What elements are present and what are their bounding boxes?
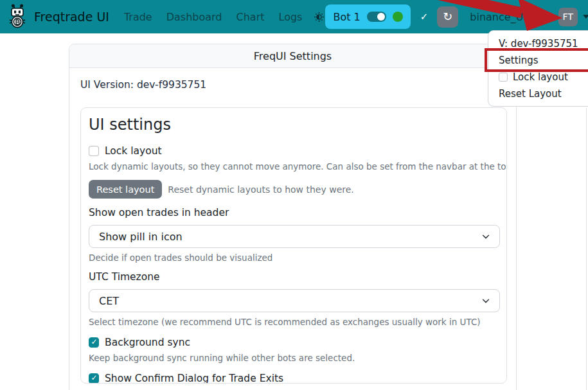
settings-card-header: FreqUI Settings bbox=[69, 44, 516, 68]
confirm-dialog-label[interactable]: Show Confirm Dialog for Trade Exits bbox=[105, 373, 283, 384]
adjacent-panel-edge bbox=[586, 108, 587, 390]
brand-title: Freqtrade UI bbox=[34, 10, 109, 24]
reset-layout-button[interactable]: Reset layout bbox=[89, 180, 162, 199]
nav-link-chart[interactable]: Chart bbox=[229, 11, 272, 23]
background-sync-row: Background sync bbox=[89, 337, 499, 348]
timezone-selected-value: CET bbox=[99, 295, 119, 307]
chevron-down-icon bbox=[481, 296, 490, 305]
timezone-label: UTC Timezone bbox=[89, 271, 499, 283]
freqtrade-ui-page: Freqtrade UI Trade Dashboard Chart Logs … bbox=[0, 0, 588, 390]
menu-item-reset-layout[interactable]: Reset Layout bbox=[488, 85, 588, 102]
menu-item-lock-layout[interactable]: Lock layout bbox=[488, 69, 588, 85]
section-heading: UI settings bbox=[89, 116, 499, 134]
settings-card: FreqUI Settings UI Version: dev-f9935751… bbox=[69, 44, 517, 390]
confirm-dialog-checkbox[interactable] bbox=[89, 373, 99, 384]
nav-link-logs[interactable]: Logs bbox=[272, 11, 310, 23]
active-bot-name: binance_USDT1 bbox=[470, 11, 550, 23]
lock-layout-row: Lock layout bbox=[89, 145, 499, 157]
confirm-dialog-row: Show Confirm Dialog for Trade Exits bbox=[89, 373, 499, 384]
user-menu-button[interactable]: FT bbox=[558, 8, 578, 26]
open-trades-select[interactable]: Show pill in icon bbox=[89, 225, 500, 248]
ui-settings-section: UI settings Lock layout Lock dynamic lay… bbox=[80, 107, 507, 384]
freqtrade-robot-logo-icon bbox=[6, 3, 28, 31]
background-sync-checkbox[interactable] bbox=[89, 337, 99, 348]
nav-link-trade[interactable]: Trade bbox=[117, 11, 159, 23]
settings-card-title: FreqUI Settings bbox=[254, 50, 332, 62]
background-sync-label[interactable]: Background sync bbox=[105, 337, 190, 348]
bot-selector-badge[interactable]: Bot 1 bbox=[325, 4, 410, 29]
reload-button[interactable]: ↻ bbox=[437, 6, 458, 28]
menu-item-settings[interactable]: Settings bbox=[488, 52, 588, 69]
reload-icon: ↻ bbox=[443, 10, 452, 24]
user-dropdown-menu: V: dev-f9935751 Settings Lock layout Res… bbox=[488, 30, 588, 107]
open-trades-description: Decide if open trades should be visualiz… bbox=[89, 253, 499, 263]
timezone-description: Select timezone (we recommend UTC is rec… bbox=[89, 317, 499, 327]
top-navbar: Freqtrade UI Trade Dashboard Chart Logs … bbox=[0, 0, 588, 33]
ui-version-text: UI Version: dev-f9935751 bbox=[80, 79, 505, 91]
background-sync-description: Keep background sync running while other… bbox=[89, 353, 499, 363]
lock-layout-menu-checkbox[interactable] bbox=[499, 73, 508, 82]
open-trades-label: Show open trades in header bbox=[89, 207, 499, 218]
bot-online-dot bbox=[393, 12, 403, 22]
toggle-knob bbox=[377, 13, 385, 21]
bot-toggle-switch[interactable] bbox=[367, 12, 386, 22]
reset-layout-description: Reset dynamic layouts to how they were. bbox=[168, 184, 353, 195]
lock-layout-label[interactable]: Lock layout bbox=[105, 145, 162, 157]
settings-card-body: UI Version: dev-f9935751 UI settings Loc… bbox=[69, 68, 516, 390]
open-trades-selected-value: Show pill in icon bbox=[99, 231, 183, 243]
lock-layout-menu-label: Lock layout bbox=[513, 71, 568, 83]
nav-links: Trade Dashboard Chart Logs bbox=[117, 11, 310, 23]
theme-light-dark-icon[interactable] bbox=[313, 11, 325, 23]
lock-layout-checkbox[interactable] bbox=[89, 146, 99, 156]
brand[interactable]: Freqtrade UI bbox=[6, 3, 109, 31]
lock-layout-description: Lock dynamic layouts, so they cannot mov… bbox=[89, 161, 499, 172]
timezone-select[interactable]: CET bbox=[89, 289, 500, 312]
bot-badge-label: Bot 1 bbox=[333, 11, 360, 23]
chevron-down-icon[interactable] bbox=[583, 15, 588, 19]
menu-item-version[interactable]: V: dev-f9935751 bbox=[488, 35, 588, 52]
nav-link-dashboard[interactable]: Dashboard bbox=[159, 11, 229, 23]
check-icon: ✓ bbox=[420, 11, 429, 22]
navbar-right-group: Bot 1 ✓ ↻ binance_USDT1 FT bbox=[325, 4, 588, 29]
chevron-down-icon bbox=[481, 232, 490, 241]
reset-layout-row: Reset layout Reset dynamic layouts to ho… bbox=[89, 180, 499, 199]
